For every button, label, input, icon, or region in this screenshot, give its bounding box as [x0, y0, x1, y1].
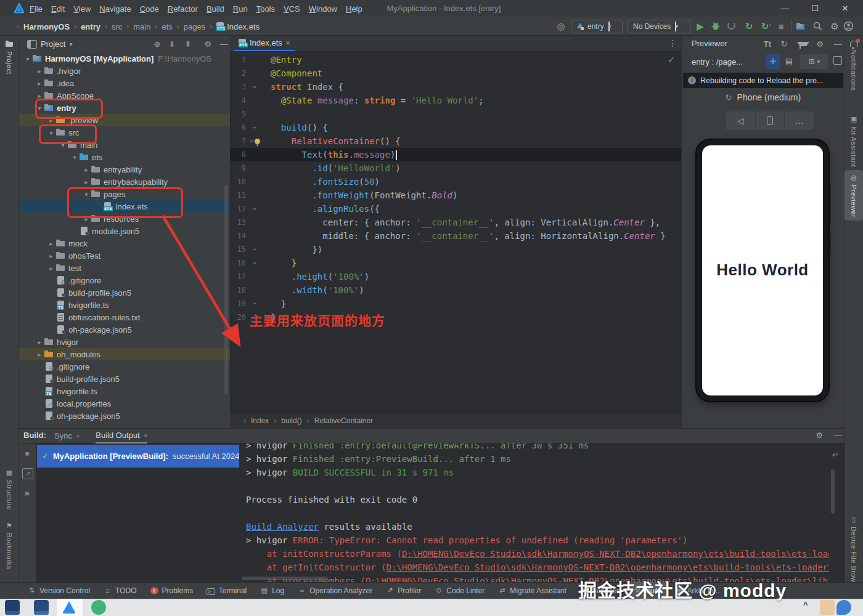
- grid-view-button[interactable]: ⊞▾: [800, 54, 828, 69]
- fold-marker-icon[interactable]: ›: [248, 261, 261, 265]
- breadcrumb-item[interactable]: src: [100, 22, 122, 31]
- tool-window-tab[interactable]: Previewer: [845, 170, 863, 221]
- stop-button[interactable]: ■: [774, 19, 788, 34]
- more-options-button[interactable]: …: [784, 111, 814, 130]
- phone-screen[interactable]: Hello World: [702, 145, 823, 395]
- pinned-app-icon[interactable]: [34, 600, 49, 615]
- settings-gear-icon[interactable]: ⚙: [827, 19, 842, 34]
- menu-item[interactable]: Build: [207, 4, 224, 14]
- tree-chevron-icon[interactable]: [35, 92, 44, 99]
- fold-marker-icon[interactable]: ›: [248, 125, 261, 129]
- editor-tab-index-ets[interactable]: Index.ets: [234, 36, 295, 51]
- status-bar-item[interactable]: Code Linter: [428, 582, 491, 599]
- status-bar-item[interactable]: Operation Analyzer: [291, 582, 379, 599]
- tree-row[interactable]: hvigorfile.ts: [18, 299, 230, 311]
- fold-marker-icon[interactable]: ›: [248, 84, 261, 89]
- expand-all-icon[interactable]: ⇟: [165, 39, 179, 49]
- build-tab[interactable]: Build Output: [96, 428, 147, 444]
- tree-chevron-icon[interactable]: [35, 351, 44, 358]
- run-configuration-dropdown[interactable]: entry: [571, 20, 623, 33]
- previewer-settings-gear-icon[interactable]: ⚙: [813, 39, 827, 50]
- fold-marker-icon[interactable]: ›: [248, 301, 261, 306]
- device-manager-icon[interactable]: [796, 22, 806, 34]
- line-number[interactable]: 4: [230, 94, 246, 107]
- fold-marker-icon[interactable]: ›: [244, 139, 258, 143]
- search-everywhere-icon[interactable]: [812, 21, 823, 31]
- menu-item[interactable]: Navigate: [99, 4, 131, 14]
- tool-window-tab[interactable]: Structure: [0, 468, 18, 510]
- tool-window-tab[interactable]: Kit Assistant: [845, 115, 863, 167]
- build-console[interactable]: > hvigor Finished :entry:default@Preview…: [246, 439, 829, 582]
- line-number[interactable]: 16: [230, 256, 246, 270]
- debug-button[interactable]: [710, 20, 721, 31]
- breadcrumb-item[interactable]: HarmonyOS: [12, 22, 70, 31]
- menu-item[interactable]: Code: [140, 4, 159, 14]
- minimize-window-button[interactable]: —: [774, 0, 795, 17]
- close-window-button[interactable]: ✕: [835, 0, 856, 17]
- menu-item[interactable]: Refactor: [168, 4, 198, 14]
- tree-row[interactable]: build-profile.json5: [18, 286, 230, 299]
- editor-tab-options-icon[interactable]: ⋮: [668, 38, 677, 48]
- build-analyzer-link[interactable]: Build Analyzer: [246, 522, 319, 532]
- tree-row[interactable]: obfuscation-rules.txt: [18, 311, 230, 323]
- project-panel-header[interactable]: Project ▾: [18, 36, 230, 52]
- export-icon[interactable]: ↗: [22, 468, 33, 479]
- stop-build-icon[interactable]: ■: [22, 448, 32, 458]
- hide-previewer-icon[interactable]: —: [831, 39, 845, 50]
- console-horizontal-scrollbar[interactable]: [242, 577, 328, 580]
- maximize-window-button[interactable]: ☐: [804, 0, 825, 17]
- status-bar-item[interactable]: Log: [253, 582, 291, 599]
- line-number[interactable]: 19: [230, 297, 246, 310]
- build-task-row[interactable]: ✓ MyApplication [PreviewBuild]: successf…: [37, 445, 239, 468]
- tree-row[interactable]: .gitignore: [18, 360, 230, 373]
- menu-item[interactable]: View: [73, 4, 91, 14]
- line-number[interactable]: 20: [230, 310, 246, 324]
- fold-marker-icon[interactable]: ›: [248, 247, 261, 251]
- line-number[interactable]: 15: [230, 243, 246, 256]
- tree-row[interactable]: hvigorfile.ts: [18, 385, 230, 397]
- filter-icon[interactable]: [797, 42, 809, 46]
- tree-row[interactable]: HarmonyOS [MyApplication] F:\HarmonyOS: [18, 52, 230, 65]
- inspect-mode-button[interactable]: ✛: [766, 54, 780, 69]
- tree-chevron-icon[interactable]: [82, 179, 91, 185]
- panel-options-gear-icon[interactable]: ⚙: [201, 39, 215, 49]
- line-number[interactable]: 1: [230, 53, 246, 67]
- line-number[interactable]: 11: [230, 188, 246, 202]
- soft-wrap-icon[interactable]: ↵: [832, 450, 839, 460]
- tree-chevron-icon[interactable]: [82, 166, 91, 173]
- tree-row[interactable]: ets: [18, 151, 230, 163]
- tree-row[interactable]: entryability: [18, 163, 230, 176]
- line-number[interactable]: 3: [230, 80, 246, 94]
- tree-row[interactable]: build-profile.json5: [18, 373, 230, 385]
- account-avatar-icon[interactable]: [843, 21, 854, 31]
- line-number[interactable]: 5: [230, 107, 246, 121]
- tree-row[interactable]: oh-package.json5: [18, 410, 230, 422]
- tree-row[interactable]: mock: [18, 237, 230, 249]
- breadcrumb-item[interactable]: entry: [70, 22, 100, 31]
- component-tree-button[interactable]: ▤: [782, 54, 796, 69]
- line-number[interactable]: 6: [230, 121, 246, 134]
- status-bar-item[interactable]: TODO: [97, 582, 143, 599]
- device-dropdown[interactable]: No Devices: [628, 20, 690, 33]
- menu-item[interactable]: VCS: [284, 4, 300, 14]
- refresh-preview-icon[interactable]: ↻: [777, 39, 791, 50]
- tree-row[interactable]: .gitignore: [18, 274, 230, 286]
- line-number[interactable]: 8: [230, 148, 246, 161]
- status-bar-item[interactable]: Version Control: [21, 582, 97, 599]
- breadcrumb-item[interactable]: main: [122, 22, 150, 31]
- menu-item[interactable]: Tools: [256, 4, 275, 14]
- line-number[interactable]: 14: [230, 229, 246, 243]
- close-tab-icon[interactable]: [286, 38, 290, 47]
- tree-chevron-icon[interactable]: [47, 253, 55, 259]
- deveco-studio-taskbar-icon[interactable]: [62, 601, 76, 614]
- attach-debugger-button[interactable]: ↻▪: [758, 19, 772, 34]
- locate-file-icon[interactable]: ⊕: [150, 39, 164, 49]
- tree-row[interactable]: module.json5: [18, 225, 230, 237]
- sync-button[interactable]: ↻: [742, 19, 756, 34]
- tree-chevron-icon[interactable]: [35, 80, 44, 87]
- editor-breadcrumb-item[interactable]: RelativeContainer: [302, 416, 373, 425]
- status-bar-item[interactable]: Profiler: [379, 582, 428, 599]
- frame-bounds-icon[interactable]: [833, 56, 842, 65]
- run-button[interactable]: ▶: [693, 19, 708, 34]
- tool-window-tab[interactable]: Notifications: [845, 39, 863, 91]
